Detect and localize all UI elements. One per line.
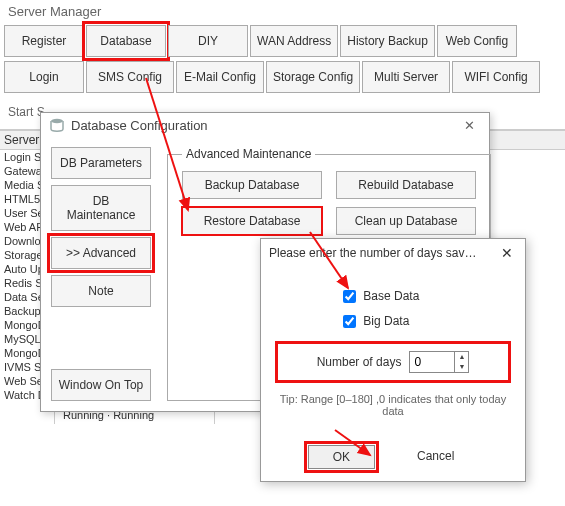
database-icon [49,117,65,133]
number-of-days-label: Number of days [317,355,402,369]
register-button[interactable]: Register [4,25,84,57]
web-config-button[interactable]: Web Config [437,25,517,57]
days-input[interactable] [410,352,454,372]
base-data-input[interactable] [343,290,356,303]
cancel-button[interactable]: Cancel [393,445,478,469]
db-maintenance-button[interactable]: DB Maintenance [51,185,151,231]
wan-address-button[interactable]: WAN Address [250,25,338,57]
backup-database-button[interactable]: Backup Database [182,171,322,199]
advanced-button[interactable]: >> Advanced [51,237,151,269]
big-data-label: Big Data [363,314,409,328]
toolbar-row-2: Login SMS Config E-Mail Config Storage C… [0,59,565,95]
popup-close-icon[interactable]: ✕ [497,245,517,261]
database-button[interactable]: Database [86,25,166,57]
db-parameters-button[interactable]: DB Parameters [51,147,151,179]
days-spinner[interactable]: ▲ ▼ [409,351,469,373]
spinner-down-icon[interactable]: ▼ [455,362,468,372]
tip-text: Tip: Range [0–180] ,0 indicates that onl… [279,393,507,417]
diy-button[interactable]: DIY [168,25,248,57]
days-popup: Please enter the number of days sav… ✕ B… [260,238,526,482]
storage-config-button[interactable]: Storage Config [266,61,360,93]
base-data-checkbox[interactable]: Base Data [339,287,507,306]
spinner-up-icon[interactable]: ▲ [455,352,468,362]
dialog-nav: DB Parameters DB Maintenance >> Advanced… [51,147,151,401]
base-data-label: Base Data [363,289,419,303]
restore-database-button[interactable]: Restore Database [182,207,322,235]
wifi-config-button[interactable]: WIFI Config [452,61,540,93]
toolbar-row-1: Register Database DIY WAN Address Histor… [0,23,565,59]
sms-config-button[interactable]: SMS Config [86,61,174,93]
big-data-input[interactable] [343,315,356,328]
big-data-checkbox[interactable]: Big Data [339,312,507,331]
email-config-button[interactable]: E-Mail Config [176,61,264,93]
multi-server-button[interactable]: Multi Server [362,61,450,93]
close-icon[interactable]: ✕ [458,118,481,133]
history-backup-button[interactable]: History Backup [340,25,435,57]
rebuild-database-button[interactable]: Rebuild Database [336,171,476,199]
ok-button[interactable]: OK [308,445,375,469]
svg-point-0 [51,119,63,123]
window-on-top-button[interactable]: Window On Top [51,369,151,401]
advanced-legend: Advanced Maintenance [182,147,315,161]
window-title: Server Manager [0,0,565,23]
cleanup-database-button[interactable]: Clean up Database [336,207,476,235]
popup-title: Please enter the number of days sav… [269,246,476,260]
dialog-title: Database Configuration [71,118,208,133]
note-button[interactable]: Note [51,275,151,307]
login-button[interactable]: Login [4,61,84,93]
